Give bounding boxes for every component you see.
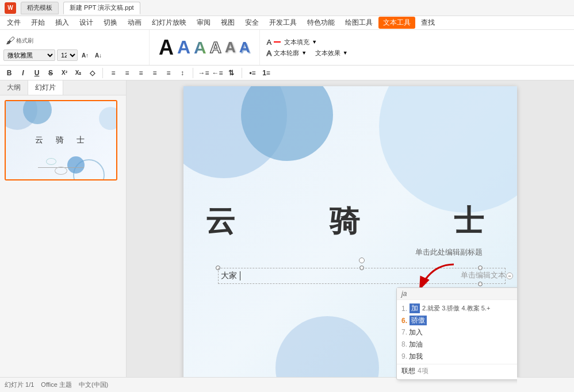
text-edit-border: 大家 −: [218, 268, 506, 284]
strikethrough-btn[interactable]: S: [45, 67, 56, 79]
text-outline-label[interactable]: 文本轮廓: [274, 49, 299, 57]
subscript-btn[interactable]: X₂: [72, 67, 84, 79]
logo-text: W: [7, 5, 13, 11]
slide-thumbnail[interactable]: 云 骑 士: [5, 100, 117, 180]
bullet-list-btn[interactable]: •≡: [247, 67, 258, 79]
text-edit-area[interactable]: 大家 −: [218, 268, 506, 284]
slide-thumbnail-area: 云 骑 士: [0, 95, 126, 390]
bold-btn[interactable]: B: [3, 67, 15, 79]
font-name-select[interactable]: 微软雅黑: [3, 49, 55, 61]
suggestion-item-6[interactable]: 联想 4项: [397, 364, 517, 377]
menu-transition[interactable]: 切换: [99, 17, 122, 29]
suggestion-list: 1. 加 2.就爱 3.骄傲 4.教案 5.+ < > 6. 骄傲: [397, 300, 517, 379]
slide-subtitle-hint[interactable]: 单击此处编辑副标题: [415, 247, 483, 258]
big-a-blue[interactable]: A: [177, 37, 190, 58]
menu-review[interactable]: 审阅: [192, 17, 215, 29]
title-bar: W 稻壳模板 新建 PPT 演示文稿.ppt: [0, 0, 574, 16]
text-outline-icon: A: [267, 49, 272, 57]
ribbon-menu: 文件 开始 插入 设计 切换 动画 幻灯片放映 审阅 视图 安全 开发工具 特色…: [0, 16, 574, 30]
slide-canvas[interactable]: 云 骑 士 单击此处编辑副标题 大家 − 单击: [183, 86, 517, 390]
align-center-btn[interactable]: ≡: [121, 67, 133, 79]
align-left-btn[interactable]: ≡: [108, 67, 119, 79]
text-fill-icon: A: [267, 38, 272, 47]
suggestion-item-5[interactable]: 9. 加我: [397, 351, 517, 363]
tab-ppt[interactable]: 新建 PPT 演示文稿.ppt: [63, 2, 140, 14]
menu-animation[interactable]: 动画: [123, 17, 146, 29]
text-fill-label[interactable]: 文本填充: [284, 38, 309, 47]
format-painter-btn[interactable]: 🖌 格式刷: [3, 34, 36, 47]
superscript-btn[interactable]: X²: [59, 67, 70, 79]
text-effect-label[interactable]: 文本效果: [315, 49, 340, 57]
big-a-outline[interactable]: A: [210, 39, 221, 57]
text-direction-btn[interactable]: ⇅: [225, 67, 237, 79]
big-a-shadow[interactable]: A: [225, 39, 236, 56]
slide-main-title[interactable]: 云 骑 士: [183, 201, 517, 241]
thumb-title: 云 骑 士: [35, 135, 87, 145]
menu-slideshow[interactable]: 幻灯片放映: [147, 17, 191, 29]
suggestion-popup: ja 1. 加 2.就爱 3.骄傲 4.教案 5.+ < >: [396, 287, 517, 380]
menu-find[interactable]: 查找: [416, 17, 439, 29]
big-a-gradient[interactable]: A: [194, 38, 206, 57]
thumb-oval: [55, 167, 67, 175]
big-a-3d[interactable]: A: [239, 39, 250, 56]
edit-text-content: 大家: [221, 271, 237, 281]
align-distribute-btn[interactable]: ≡: [163, 67, 174, 79]
menu-security[interactable]: 安全: [240, 17, 263, 29]
text-fill-dropdown[interactable]: ▼: [312, 39, 317, 45]
suggestion-input-text: ja: [401, 290, 407, 298]
app-logo: W: [5, 2, 16, 14]
menu-draw[interactable]: 绘图工具: [340, 17, 377, 29]
minus-handle[interactable]: −: [506, 272, 513, 279]
menu-start[interactable]: 开始: [26, 17, 49, 29]
big-a-black[interactable]: A: [159, 36, 174, 60]
text-outline-dropdown[interactable]: ▼: [301, 50, 307, 56]
font-size-decrease-btn[interactable]: A↓: [93, 49, 104, 61]
clear-format-btn[interactable]: ◇: [86, 67, 98, 79]
suggestion-item-1[interactable]: 1. 加 2.就爱 3.骄傲 4.教案 5.+ < >: [397, 302, 517, 314]
align-justify-btn[interactable]: ≡: [149, 67, 160, 79]
left-panel: 大纲 幻灯片 云 骑 士: [0, 80, 127, 390]
tab-daoke-label: 稻壳模板: [27, 3, 52, 12]
slide-canvas-area[interactable]: 云 骑 士 单击此处编辑副标题 大家 − 单击: [127, 80, 574, 390]
rotate-handle[interactable]: [359, 258, 365, 263]
format-painter-icon: 🖌: [6, 36, 15, 46]
underline-btn[interactable]: U: [31, 67, 43, 79]
menu-special[interactable]: 特色功能: [303, 17, 339, 29]
increase-indent-btn[interactable]: →≡: [198, 67, 209, 79]
suggestion-item-4[interactable]: 8. 加油: [397, 339, 517, 351]
format-painter-label: 格式刷: [16, 37, 33, 45]
theme-info: Office 主题: [41, 381, 72, 389]
menu-view[interactable]: 视图: [216, 17, 239, 29]
italic-btn[interactable]: I: [17, 67, 29, 79]
format-toolbar: B I U S X² X₂ ◇ ≡ ≡ ≡ ≡ ≡ ↕ →≡ ←≡ ⇅ •≡ 1…: [0, 66, 574, 80]
suggestion-header: ja: [397, 288, 517, 300]
suggestion-item-2[interactable]: 6. 骄傲: [397, 314, 517, 326]
thumb-content: 云 骑 士: [6, 101, 116, 179]
font-size-increase-btn[interactable]: A↑: [79, 49, 91, 61]
tab-slides[interactable]: 幻灯片: [28, 80, 63, 95]
decrease-indent-btn[interactable]: ←≡: [212, 67, 223, 79]
menu-design[interactable]: 设计: [75, 17, 98, 29]
text-cursor: [240, 271, 240, 280]
menu-file[interactable]: 文件: [2, 17, 25, 29]
number-list-btn[interactable]: 1≡: [261, 67, 272, 79]
font-size-select[interactable]: 12: [57, 49, 78, 61]
tab-ppt-label: 新建 PPT 演示文稿.ppt: [70, 3, 134, 12]
tab-outline[interactable]: 大纲: [0, 80, 28, 95]
align-right-btn[interactable]: ≡: [135, 67, 147, 79]
text-effect-dropdown[interactable]: ▼: [343, 50, 348, 56]
lang-info: 中文(中国): [79, 381, 108, 389]
slide-info: 幻灯片 1/1: [5, 381, 34, 389]
menu-devtools[interactable]: 开发工具: [265, 17, 301, 29]
left-panel-tabs: 大纲 幻灯片: [0, 80, 126, 95]
tab-daoke[interactable]: 稻壳模板: [21, 2, 59, 14]
menu-insert[interactable]: 插入: [51, 17, 74, 29]
line-spacing-btn[interactable]: ↕: [177, 67, 188, 79]
ribbon: 文件 开始 插入 设计 切换 动画 幻灯片放映 审阅 视图 安全 开发工具 特色…: [0, 16, 574, 80]
menu-text[interactable]: 文本工具: [378, 17, 415, 29]
suggestion-item-3[interactable]: 7. 加入: [397, 326, 517, 339]
main-area: 大纲 幻灯片 云 骑 士: [0, 80, 574, 390]
